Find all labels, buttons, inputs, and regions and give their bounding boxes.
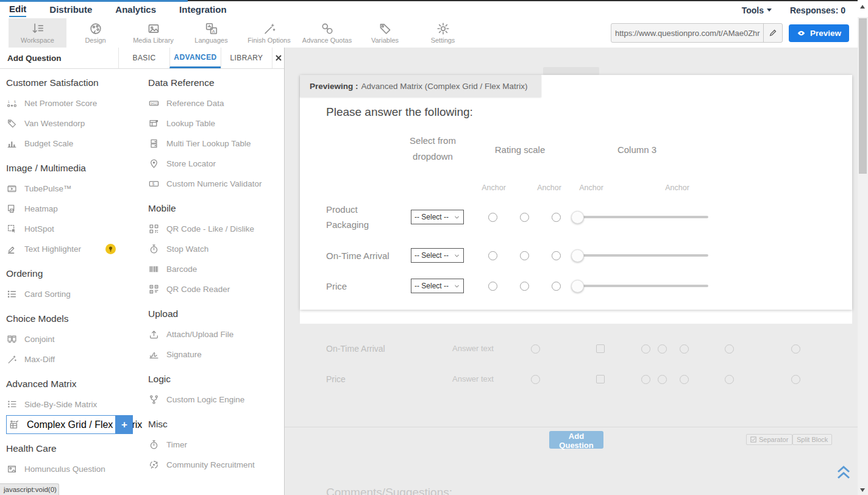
dim-radio: [791, 375, 800, 384]
question-type-signature[interactable]: Signature: [148, 344, 281, 365]
wand-icon: [6, 354, 18, 365]
add-question-button[interactable]: Add Question: [549, 431, 603, 449]
question-type-side-by-side-matrix[interactable]: Side-By-Side Matrix: [6, 394, 145, 415]
sidebyside-icon: [6, 399, 18, 410]
question-type-budget-scale[interactable]: Budget Scale: [6, 134, 145, 154]
dim-radio: [641, 344, 650, 354]
question-type-heatmap[interactable]: Heatmap: [6, 199, 145, 219]
scrollbar-up-arrow[interactable]: [860, 5, 865, 9]
tools-menu[interactable]: Tools: [742, 5, 772, 15]
toolbar-item-design[interactable]: Design: [66, 18, 124, 48]
question-type-tubepulse[interactable]: TubePulse™: [6, 179, 145, 199]
rating-radio-product-packaging-1[interactable]: [488, 213, 497, 222]
double-chevron-up-icon: [836, 464, 851, 480]
close-panel-button[interactable]: [272, 48, 284, 68]
toolbar-item-variables[interactable]: Variables: [356, 18, 414, 48]
question-type-homunculus-question[interactable]: Homunculus Question: [6, 459, 145, 479]
question-type-conjoint[interactable]: Conjoint: [6, 329, 145, 349]
rating-radio-price-3[interactable]: [552, 282, 561, 291]
toolbar-item-workspace[interactable]: Workspace: [9, 18, 66, 48]
question-type-attach-upload-file[interactable]: Attach/Upload File: [148, 324, 281, 344]
question-type-card-sorting[interactable]: Card Sorting: [6, 284, 145, 304]
tab-library[interactable]: LIBRARY: [221, 48, 272, 68]
rating-radio-on-time-arrival-1[interactable]: [488, 251, 497, 260]
rating-radio-on-time-arrival-2[interactable]: [520, 251, 529, 260]
edit-url-button[interactable]: [763, 24, 782, 42]
question-type-stop-watch[interactable]: Stop Watch: [148, 239, 281, 259]
toolbar-item-languages[interactable]: ALanguages: [182, 18, 240, 48]
nav-item-distribute[interactable]: Distribute: [49, 4, 92, 16]
toolbar-item-media-library[interactable]: Media Library: [124, 18, 182, 48]
dim-radio: [725, 344, 734, 354]
image-icon: [147, 22, 160, 35]
question-type-custom-logic-engine[interactable]: Custom Logic Engine: [148, 390, 281, 410]
split-block-button[interactable]: Split Block: [792, 434, 832, 445]
slider-track-on-time-arrival[interactable]: [578, 254, 708, 257]
page-scrollbar[interactable]: [858, 0, 868, 495]
toolbar-item-finish-options[interactable]: Finish Options: [240, 18, 298, 48]
rating-radio-on-time-arrival-3[interactable]: [552, 251, 561, 260]
scroll-to-top-button[interactable]: [836, 464, 851, 480]
question-type-complex-grid-flex-matrix[interactable]: Complex Grid / Flex Matrix+: [6, 415, 145, 434]
dim-row-label-on-time-arrival: On-Time Arrival: [326, 344, 385, 354]
nav-item-integration[interactable]: Integration: [179, 4, 227, 16]
dim-radio: [725, 375, 734, 384]
dim-radio: [658, 344, 667, 354]
matrix-column-header-1: Select from dropdown: [397, 133, 468, 165]
dim-checkbox: [596, 375, 605, 383]
svg-text:$: $: [152, 182, 155, 186]
toolbar-items: WorkspaceDesignMedia LibraryALanguagesFi…: [9, 18, 472, 48]
separator-toggle[interactable]: Separator: [746, 434, 792, 445]
question-type-timer[interactable]: Timer: [148, 435, 281, 455]
nav-item-analytics[interactable]: Analytics: [115, 4, 156, 16]
dropdown-product-packaging[interactable]: -- Select --: [411, 210, 464, 224]
dim-answer-text-on-time-arrival: Answer text: [452, 344, 494, 353]
add-selected-question-button[interactable]: +: [116, 415, 133, 434]
question-type-community-recruitment[interactable]: Community Recruitment: [148, 455, 281, 475]
nav-items: EditDistributeAnalyticsIntegration: [0, 4, 227, 17]
rating-radio-price-1[interactable]: [488, 282, 497, 291]
responses-counter[interactable]: Responses: 0: [790, 5, 845, 15]
question-type-store-locator[interactable]: Store Locator: [148, 154, 281, 174]
slider-handle-on-time-arrival[interactable]: [571, 249, 584, 262]
slider-track-price[interactable]: [578, 285, 708, 287]
nav-right: Tools Responses: 0: [742, 5, 858, 15]
question-type-qr-code-like-dislike[interactable]: QR Code - Like / Dislike: [148, 219, 281, 239]
toolbar-item-settings[interactable]: Settings: [414, 18, 472, 48]
tab-advanced[interactable]: ADVANCED: [169, 48, 221, 68]
question-type-lookup-table[interactable]: Lookup Table: [148, 113, 281, 134]
rating-radio-product-packaging-2[interactable]: [520, 213, 529, 222]
question-type-qr-code-reader[interactable]: QR Code Reader: [148, 279, 281, 299]
dropdown-price[interactable]: -- Select --: [411, 279, 464, 293]
section-title-advanced-matrix: Advanced Matrix: [6, 379, 145, 391]
question-type-reference-data[interactable]: 94123Reference Data: [148, 93, 281, 113]
slider-handle-product-packaging[interactable]: [571, 211, 584, 224]
question-type-custom-numeric-validator[interactable]: $Custom Numeric Validator: [148, 174, 281, 194]
question-type-van-westendorp[interactable]: Van Westendorp: [6, 113, 145, 134]
dim-row-label-price: Price: [326, 374, 346, 384]
dropdown-on-time-arrival[interactable]: -- Select --: [411, 248, 464, 263]
slider-handle-price[interactable]: [571, 280, 584, 293]
nav-item-edit[interactable]: Edit: [9, 4, 26, 17]
scrollbar-thumb[interactable]: [859, 18, 867, 174]
slider-track-product-packaging[interactable]: [578, 216, 708, 218]
question-type-net-promoter-score[interactable]: 15Net Promoter Score: [6, 93, 145, 113]
rating-radio-product-packaging-3[interactable]: [552, 213, 561, 222]
tab-basic[interactable]: BASIC: [118, 48, 169, 68]
translate-icon: A: [205, 22, 218, 35]
bulb-badge: [105, 244, 116, 254]
preview-button[interactable]: Preview: [789, 24, 849, 42]
toolbar-item-advance-quotas[interactable]: Advance Quotas: [298, 18, 356, 48]
rating-radio-price-2[interactable]: [520, 282, 529, 291]
question-type-max-diff[interactable]: Max-Diff: [6, 349, 145, 369]
scrollbar-down-arrow[interactable]: [860, 488, 865, 492]
survey-url-box[interactable]: https://www.questionpro.com/t/AMae0Zhr: [611, 23, 783, 43]
complexgrid-icon: [9, 419, 20, 430]
branch-icon: [148, 394, 160, 405]
cardsort-icon: [6, 289, 18, 299]
question-type-barcode[interactable]: Barcode: [148, 259, 281, 279]
question-type-multi-tier-lookup-table[interactable]: Multi Tier Lookup Table: [148, 134, 281, 154]
question-type-text-highlighter[interactable]: Text Highlighter: [6, 239, 145, 259]
question-type-hotspot[interactable]: HotSpot: [6, 219, 145, 239]
selected-question-type[interactable]: Complex Grid / Flex Matrix: [6, 415, 116, 434]
